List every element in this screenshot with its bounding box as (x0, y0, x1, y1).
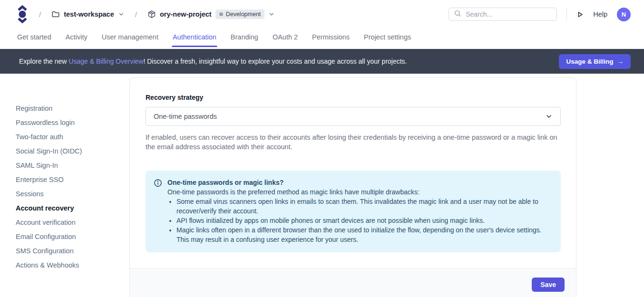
tab-branding[interactable]: Branding (231, 31, 258, 47)
info-title: One-time passwords or magic links? (167, 178, 551, 187)
ory-logo-icon[interactable] (16, 5, 29, 24)
info-bullet: Magic links often open in a different br… (176, 225, 551, 244)
status-dot (219, 12, 223, 16)
project-name: ory-new-project (160, 10, 212, 18)
package-icon (147, 10, 156, 19)
project-nav-tabs: Get started Activity User management Aut… (0, 29, 644, 49)
topbar-divider (566, 7, 567, 21)
chevron-down-icon (118, 11, 125, 18)
workspace-switcher[interactable]: test-workspace (51, 10, 125, 19)
help-link[interactable]: Help (593, 10, 607, 18)
arrow-right-icon: → (617, 58, 624, 65)
account-recovery-card: Recovery strategy One-time passwords If … (129, 77, 576, 297)
search-input-wrapper (449, 8, 557, 21)
info-intro: One-time passwords is the preferred meth… (167, 187, 551, 197)
tab-activity[interactable]: Activity (66, 31, 88, 47)
sidebar-item-registration[interactable]: Registration (16, 101, 129, 115)
sidebar-item-actions-webhooks[interactable]: Actions & Webhooks (16, 258, 129, 272)
usage-billing-banner: Explore the new Usage & Billing Overview… (0, 49, 644, 74)
chevron-down-icon (545, 113, 553, 120)
sidebar-item-two-factor-auth[interactable]: Two-factor auth (16, 130, 129, 144)
recovery-strategy-select[interactable]: One-time passwords (146, 107, 561, 126)
sidebar-item-email-configuration[interactable]: Email Configuration (16, 230, 129, 244)
breadcrumb-separator: / (131, 10, 141, 19)
save-button[interactable]: Save (532, 278, 565, 292)
environment-badge: Development (215, 10, 265, 19)
info-bullet-list: Some email virus scanners open links in … (167, 197, 551, 244)
run-icon[interactable] (576, 11, 584, 18)
sidebar-item-sms-configuration[interactable]: SMS Configuration (16, 244, 129, 258)
tab-project-settings[interactable]: Project settings (364, 31, 411, 47)
card-footer: Save (130, 268, 576, 297)
banner-link[interactable]: Usage & Billing Overview (68, 57, 143, 65)
tab-oauth2[interactable]: OAuth 2 (273, 31, 298, 47)
search-icon (454, 10, 461, 19)
tab-get-started[interactable]: Get started (17, 31, 51, 47)
info-bullet: Some email virus scanners open links in … (176, 197, 551, 216)
banner-text: Explore the new Usage & Billing Overview… (19, 57, 407, 65)
sidebar-item-account-verification[interactable]: Account verification (16, 215, 129, 230)
info-bullet: API flows initialized by apps on mobile … (176, 216, 551, 225)
sidebar-item-social-sign-in[interactable]: Social Sign-In (OIDC) (16, 144, 129, 158)
sidebar-item-passwordless-login[interactable]: Passwordless login (16, 115, 129, 130)
tab-authentication[interactable]: Authentication (173, 31, 216, 47)
selected-option: One-time passwords (154, 113, 545, 120)
info-alert: One-time passwords or magic links? One-t… (146, 171, 561, 252)
top-bar: / test-workspace / ory-new-project Devel… (0, 0, 644, 29)
sidebar-item-enterprise-sso[interactable]: Enterprise SSO (16, 172, 129, 187)
project-switcher[interactable]: ory-new-project Development (147, 10, 275, 19)
tab-permissions[interactable]: Permissions (312, 31, 350, 47)
sidebar-item-sessions[interactable]: Sessions (16, 187, 129, 201)
sidebar-item-saml-sign-in[interactable]: SAML Sign-In (16, 158, 129, 172)
usage-billing-button[interactable]: Usage & Billing → (559, 54, 631, 69)
info-icon (154, 179, 162, 244)
avatar[interactable]: N (617, 8, 631, 21)
workspace-name: test-workspace (64, 10, 114, 18)
chevron-down-icon (268, 11, 275, 18)
recovery-strategy-label: Recovery strategy (146, 94, 561, 101)
sidebar-item-account-recovery[interactable]: Account recovery (16, 201, 129, 215)
authentication-sidebar: Registration Passwordless login Two-fact… (0, 74, 129, 272)
tab-user-management[interactable]: User management (102, 31, 158, 47)
folder-icon (51, 10, 60, 19)
recovery-description: If enabled, users can recover access to … (146, 133, 561, 152)
search-input[interactable] (466, 10, 552, 18)
content-area: Registration Passwordless login Two-fact… (0, 74, 644, 297)
breadcrumb-separator: / (35, 10, 45, 19)
